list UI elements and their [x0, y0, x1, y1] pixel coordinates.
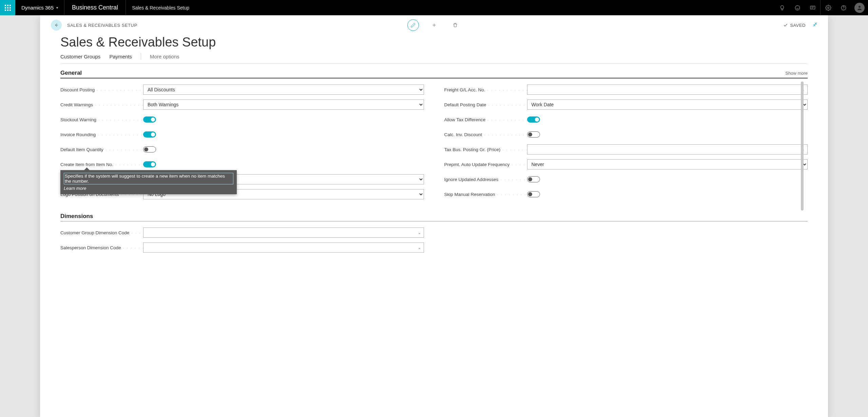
chat-icon[interactable]: [805, 0, 820, 15]
product-name: Business Central: [64, 4, 126, 11]
action-tabs: Customer Groups Payments More options: [60, 53, 808, 64]
freight-lookup[interactable]: ⌄: [527, 85, 808, 95]
field-discount-posting: Discount Posting All Discounts: [60, 85, 424, 95]
calc-inv-disc-toggle[interactable]: [527, 131, 540, 138]
invoice-rounding-toggle[interactable]: [143, 131, 156, 138]
svg-rect-1: [7, 5, 8, 6]
breadcrumb: SALES & RECEIVABLES SETUP: [67, 23, 137, 28]
field-tax-bus: Tax Bus. Posting Gr. (Price) ⌄: [444, 144, 808, 155]
field-freight: Freight G/L Acc. No. ⌄: [444, 85, 808, 95]
separator: [141, 53, 141, 60]
tab-customer-groups[interactable]: Customer Groups: [60, 54, 100, 59]
field-allow-tax-diff: Allow Tax Difference: [444, 114, 808, 125]
create-item-toggle[interactable]: [143, 161, 156, 167]
cust-group-dim-lookup[interactable]: ⌄: [143, 228, 424, 238]
field-prepmt: Prepmt. Auto Update Frequency Never: [444, 159, 808, 169]
ignore-addr-toggle[interactable]: [527, 176, 540, 182]
general-right-col: Freight G/L Acc. No. ⌄ Default Posting D…: [444, 85, 808, 199]
section-title: Dimensions: [60, 213, 93, 220]
back-button[interactable]: [51, 20, 62, 31]
tooltip: Specifies if the system will suggest to …: [60, 170, 237, 194]
tab-payments[interactable]: Payments: [109, 54, 132, 59]
default-item-qty-toggle[interactable]: [143, 146, 156, 152]
tooltip-text: Specifies if the system will suggest to …: [64, 173, 233, 184]
label: Stockout Warning: [60, 117, 143, 122]
svg-rect-0: [5, 5, 6, 6]
label: Calc. Inv. Discount: [444, 132, 527, 137]
label: Credit Warnings: [60, 102, 143, 107]
svg-rect-10: [810, 6, 815, 9]
check-icon: [783, 23, 788, 28]
default-posting-date-select[interactable]: Work Date: [527, 99, 808, 110]
brand-label: Dynamics 365: [21, 5, 54, 11]
svg-rect-5: [9, 7, 11, 8]
page-sheet: SALES & RECEIVABLES SETUP SAVED: [40, 15, 828, 417]
label: Create Item from Item No.: [60, 162, 143, 167]
label: Invoice Rounding: [60, 132, 143, 137]
label: Salesperson Dimension Code: [60, 245, 143, 250]
field-invoice-rounding: Invoice Rounding: [60, 129, 424, 140]
saved-label: SAVED: [790, 23, 806, 28]
tab-more-options[interactable]: More options: [150, 54, 179, 59]
gear-icon[interactable]: [821, 0, 836, 15]
field-create-item: Create Item from Item No. Specifies if t…: [60, 159, 424, 169]
collapse-button[interactable]: [812, 22, 818, 29]
page-title: Sales & Receivables Setup: [60, 35, 808, 50]
help-icon[interactable]: [836, 0, 851, 15]
label: Discount Posting: [60, 87, 143, 92]
field-default-posting-date: Default Posting Date Work Date: [444, 99, 808, 110]
salesperson-dim-lookup[interactable]: ⌄: [143, 242, 424, 253]
svg-rect-3: [5, 7, 6, 8]
section-dimensions: Dimensions Customer Group Dimension Code…: [60, 213, 808, 253]
avatar[interactable]: [854, 3, 865, 13]
show-more-link[interactable]: Show more: [785, 71, 808, 76]
discount-posting-select[interactable]: All Discounts: [143, 85, 424, 95]
field-credit-warnings: Credit Warnings Both Warnings: [60, 99, 424, 110]
svg-point-9: [795, 5, 800, 10]
label: Skip Manual Reservation: [444, 192, 527, 197]
field-ignore-addr: Ignore Updated Addresses: [444, 174, 808, 184]
label: Allow Tax Difference: [444, 117, 527, 122]
brand-dropdown[interactable]: Dynamics 365 ▾: [15, 5, 64, 11]
app-launcher-button[interactable]: [0, 0, 15, 15]
skip-manual-toggle[interactable]: [527, 191, 540, 197]
label: Customer Group Dimension Code: [60, 230, 143, 235]
page-canvas: SALES & RECEIVABLES SETUP SAVED: [0, 15, 868, 417]
chevron-down-icon: ▾: [56, 6, 58, 10]
field-skip-manual: Skip Manual Reservation: [444, 189, 808, 199]
top-bar: Dynamics 365 ▾ Business Central Sales & …: [0, 0, 868, 15]
page-crumb: Sales & Receivables Setup: [126, 5, 195, 11]
new-button[interactable]: [428, 19, 440, 31]
svg-rect-6: [5, 10, 6, 11]
svg-point-13: [859, 6, 861, 8]
learn-more-link[interactable]: Learn more: [64, 186, 233, 191]
credit-warnings-select[interactable]: Both Warnings: [143, 99, 424, 110]
section-title: General: [60, 70, 82, 76]
stockout-warning-toggle[interactable]: [143, 116, 156, 123]
label: Default Item Quantity: [60, 147, 143, 152]
svg-rect-7: [7, 10, 8, 11]
svg-rect-4: [7, 7, 8, 8]
field-salesperson-dim: Salesperson Dimension Code ⌄: [60, 242, 424, 253]
page-body: Sales & Receivables Setup Customer Group…: [40, 35, 828, 417]
chevron-down-icon: ⌄: [418, 231, 421, 235]
smile-icon[interactable]: [790, 0, 805, 15]
idea-icon[interactable]: [774, 0, 790, 15]
label: Ignore Updated Addresses: [444, 177, 527, 182]
label: Freight G/L Acc. No.: [444, 87, 527, 92]
allow-tax-diff-toggle[interactable]: [527, 116, 540, 123]
field-calc-inv-disc: Calc. Inv. Discount: [444, 129, 808, 140]
scrollbar[interactable]: [801, 81, 804, 211]
chevron-down-icon: ⌄: [418, 246, 421, 250]
field-cust-group-dim: Customer Group Dimension Code ⌄: [60, 228, 424, 238]
prepmt-select[interactable]: Never: [527, 159, 808, 169]
svg-point-11: [827, 7, 829, 8]
edit-button[interactable]: [407, 19, 419, 31]
section-general: General Show more Discount Posting All D…: [60, 70, 808, 199]
label: Default Posting Date: [444, 102, 527, 107]
tax-bus-lookup[interactable]: ⌄: [527, 144, 808, 155]
field-stockout-warning: Stockout Warning: [60, 114, 424, 125]
delete-button[interactable]: [449, 19, 461, 31]
label: Prepmt. Auto Update Frequency: [444, 162, 527, 167]
svg-rect-8: [9, 10, 11, 11]
